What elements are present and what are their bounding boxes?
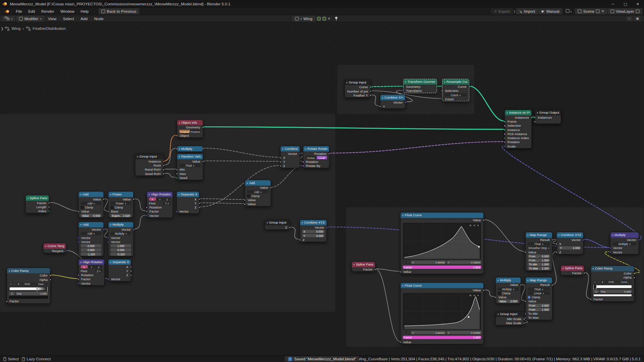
node-curve-tangent[interactable]: ▾Curve TangentTangent [43, 243, 66, 253]
dropdown[interactable]: Multiply▾ [612, 242, 637, 245]
node-row-curve[interactable]: ⊕ ⊖ ▾ [400, 222, 483, 260]
socket[interactable] [107, 237, 109, 239]
value-field[interactable]: X0.000 [302, 230, 325, 233]
dropdown[interactable]: Linear▾ [528, 291, 550, 295]
checkbox[interactable] [247, 194, 250, 197]
collapse-icon[interactable]: ▾ [267, 222, 268, 224]
socket[interactable] [163, 173, 165, 175]
pivot-axis-dropdown[interactable]: Y▾ [163, 201, 171, 205]
dropdown[interactable]: Float▾ [179, 164, 201, 167]
collapse-icon[interactable]: ▾ [497, 279, 498, 281]
collapse-icon[interactable]: ▾ [137, 155, 138, 158]
minimize-button[interactable]: ─ [607, 0, 619, 8]
collapse-icon[interactable]: ▾ [346, 81, 347, 83]
node-header[interactable]: ▾Multiply [610, 232, 639, 238]
curve-zoom-icons[interactable]: ⊕ ⊖ ▾ [469, 224, 479, 227]
socket[interactable] [202, 160, 204, 162]
socket[interactable] [633, 277, 635, 279]
node-object-info[interactable]: ▾Object InfoGeometryOriginalRelativeObje… [177, 119, 203, 138]
socket[interactable] [402, 90, 404, 92]
checkbox-row[interactable]: ✓Clamp [528, 296, 550, 299]
curve-widget[interactable]: ⊕ ⊖ ▾ [403, 223, 481, 259]
socket[interactable] [48, 206, 50, 208]
socket[interactable] [379, 105, 381, 107]
collapse-icon[interactable]: ▾ [282, 147, 283, 150]
dropdown[interactable]: Power▾ [110, 201, 131, 205]
socket[interactable] [244, 203, 246, 205]
value-field[interactable]: 0.000 [81, 244, 102, 248]
collapse-icon[interactable]: ▾ [179, 155, 180, 158]
value-field[interactable]: From ...0.000 [528, 254, 550, 258]
socket[interactable] [65, 250, 67, 252]
node-header[interactable]: ▾Separate XYZ [177, 192, 199, 197]
socket[interactable] [130, 274, 132, 276]
node-group-input-top[interactable]: ▾Group InputCurveNumber of pointsFeather… [344, 79, 371, 98]
unlink-node-tree-icon[interactable]: ✕ [328, 17, 330, 20]
node-header[interactable]: ▾Object Info [177, 120, 203, 125]
socket[interactable] [176, 148, 178, 150]
dropdown[interactable]: Add▾ [247, 190, 269, 193]
socket[interactable] [302, 165, 304, 167]
node-row-dd[interactable]: Multiply▾ [108, 232, 133, 236]
node-row-ramp[interactable] [591, 284, 634, 289]
node-header[interactable]: ▾Group Input [135, 154, 163, 159]
segment-button-y[interactable]: Y [156, 197, 163, 201]
dropdown[interactable]: Add▾ [81, 232, 102, 235]
socket[interactable] [279, 161, 281, 163]
socket[interactable] [402, 85, 404, 87]
node-row-chk[interactable]: ✓Clamp [526, 295, 552, 299]
node-row-fld[interactable]: From ...0.000 [526, 303, 552, 307]
node-row-fld[interactable]: Value2.000 [496, 299, 521, 303]
socket[interactable] [555, 243, 557, 245]
node-separate-xyz-1[interactable]: ▾Separate XYZXYZVector [176, 191, 200, 214]
node-row-dd[interactable]: Power▾ [108, 201, 133, 205]
socket[interactable] [49, 279, 51, 281]
node-combine-xyz-br[interactable]: ▾Combine XYZVectorXY2.000Z [556, 232, 583, 254]
socket[interactable] [524, 312, 526, 314]
node-header[interactable]: ▾Separate XYZ [108, 259, 131, 265]
maximize-button[interactable]: ▢ [619, 0, 632, 8]
ramp-handle[interactable] [594, 285, 594, 289]
collapse-icon[interactable]: ▾ [537, 111, 538, 114]
node-row-xyrow[interactable]: X0.84491Y0.32984 [400, 330, 483, 335]
ramp-position-field[interactable]: Pos0.066 [600, 290, 632, 293]
snapping-button[interactable]: ⌗ [626, 16, 633, 21]
ramp-control-1[interactable]: − [597, 280, 600, 284]
node-header[interactable]: ▾Color Ramp [591, 266, 634, 271]
socket[interactable] [279, 165, 281, 167]
node-row-chk[interactable]: Clamp [78, 205, 103, 209]
socket[interactable] [523, 318, 525, 320]
socket[interactable] [77, 278, 79, 280]
node-multiply-vector[interactable]: ▾MultiplyVectorMultiply▾VectorVector1.00… [108, 222, 134, 256]
value-field[interactable]: To Min1.000 [528, 263, 550, 266]
ramp-control-4[interactable]: Ease [34, 282, 48, 286]
socket[interactable] [132, 228, 135, 230]
socket[interactable] [555, 251, 557, 253]
socket[interactable] [520, 284, 522, 286]
node-add-vector[interactable]: ▾AddVectorAdd▾VectorVector0.0000.000-1.2… [78, 222, 104, 256]
breadcrumb-item-wing[interactable]: Wing [12, 26, 21, 31]
collapse-icon[interactable]: ▾ [178, 193, 179, 195]
pivot-axis-dropdown[interactable]: Z▾ [95, 269, 102, 273]
node-row-fld[interactable]: Expon...2.620 [108, 214, 133, 218]
node-header[interactable]: ▾Power [108, 192, 133, 197]
node-row-fld[interactable]: 0.000 [78, 248, 103, 252]
segment-button-y[interactable]: Y [88, 265, 95, 268]
socket[interactable] [483, 289, 485, 291]
ramp-control-2[interactable]: ▾ [601, 280, 604, 284]
node-row-ramp[interactable] [7, 286, 50, 291]
node-header[interactable]: ▾Instance on Points [505, 110, 531, 115]
collapse-icon[interactable]: ▾ [179, 147, 180, 150]
socket[interactable] [176, 134, 178, 136]
node-row-rampctl[interactable]: +−▾RGBEase [7, 282, 50, 286]
close-button[interactable]: ✕ [632, 0, 644, 8]
socket[interactable] [107, 278, 109, 280]
node-power-math[interactable]: ▾PowerValuePower▾ClampBaseExpon...2.620 [108, 191, 134, 218]
node-row-dd[interactable]: Linear▾ [526, 291, 552, 295]
ramp-control-3[interactable]: RGB [20, 282, 34, 286]
value-field[interactable]: To Max2.300 [528, 267, 550, 270]
socket[interactable] [405, 101, 407, 103]
node-rotate-rotation[interactable]: ▾Rotate RotationRotationGlobalLocalRotat… [303, 146, 329, 168]
socket[interactable] [609, 251, 611, 253]
socket[interactable] [130, 270, 132, 272]
